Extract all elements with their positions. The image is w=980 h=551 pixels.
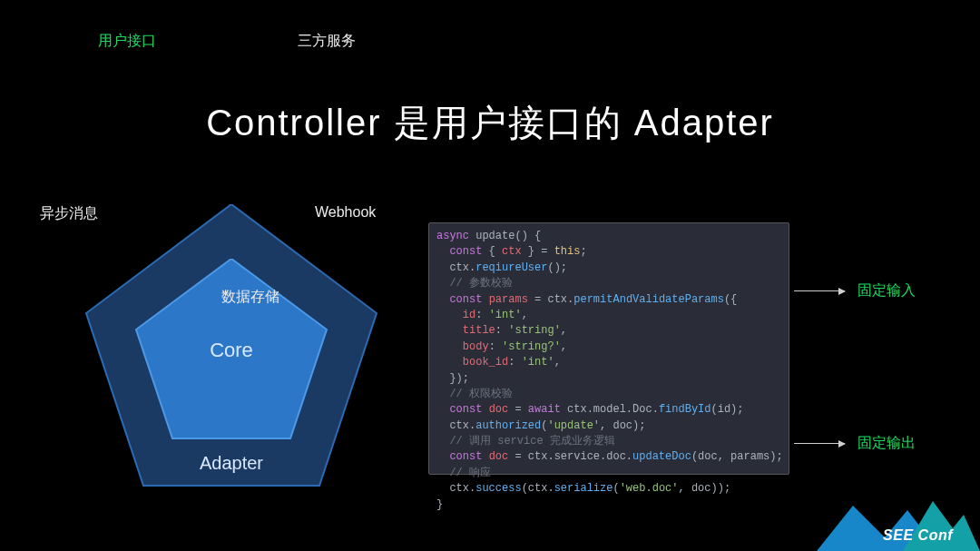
annotation-fixed-input: 固定输入 [858, 281, 916, 300]
label-user-interface: 用户接口 [98, 32, 156, 51]
code-content: async update() { const { ctx } = this; c… [429, 223, 789, 518]
core-label: Core [210, 339, 253, 362]
code-block: async update() { const { ctx } = this; c… [428, 222, 789, 475]
arrow-icon [794, 443, 845, 444]
label-data-store: 数据存储 [221, 288, 279, 307]
arrow-icon [794, 290, 845, 291]
conference-logo: SEE Conf [817, 487, 980, 551]
adapter-label: Adapter [200, 453, 263, 474]
label-third-party: 三方服务 [298, 32, 356, 51]
label-async-message: 异步消息 [40, 204, 98, 223]
conference-brand-text: SEE Conf [883, 527, 953, 544]
slide-title: Controller 是用户接口的 Adapter [0, 98, 980, 148]
architecture-pentagon-diagram: Core Adapter [82, 204, 381, 486]
annotation-fixed-output: 固定输出 [858, 434, 916, 453]
label-webhook: Webhook [315, 204, 376, 221]
